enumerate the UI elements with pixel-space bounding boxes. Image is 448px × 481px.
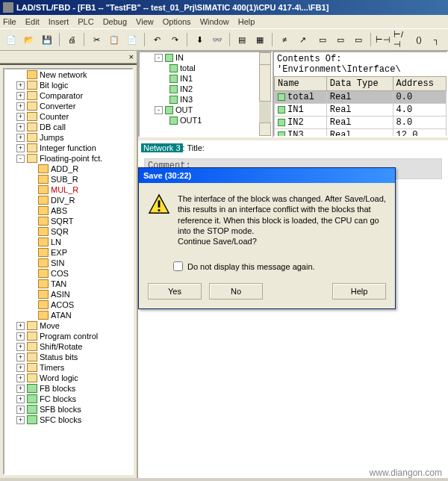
tree-item[interactable]: -Floating-point fct. [4, 153, 132, 164]
download-button[interactable]: ⬇ [191, 31, 208, 48]
iface-tree-item[interactable]: -IN [140, 52, 271, 63]
network-title: : Title: [183, 143, 205, 152]
dont-show-checkbox[interactable] [173, 261, 183, 271]
menu-window[interactable]: Window [200, 17, 229, 26]
tree-item[interactable]: +SFB blocks [4, 404, 132, 415]
table-row[interactable]: IN1Real4.0 [275, 104, 447, 117]
iface-tree-item[interactable]: IN2 [140, 84, 271, 94]
tree-item-label: SQRT [51, 217, 73, 226]
col-addr[interactable]: Address [393, 77, 446, 91]
no-button[interactable]: No [209, 283, 263, 300]
undo-button[interactable]: ↶ [149, 31, 165, 48]
tree-item-label: Move [40, 321, 60, 330]
tree-item[interactable]: +Program control [4, 331, 132, 341]
tree-item[interactable]: DIV_R [4, 195, 132, 205]
interface-table[interactable]: Contents Of: 'Environment\Interface\ Nam… [273, 51, 448, 137]
tree-item[interactable]: COS [4, 268, 132, 279]
interface-tree[interactable]: -INtotalIN1IN2IN3-OUTOUT1 [138, 51, 273, 137]
tree-item[interactable]: +DB call [4, 122, 132, 132]
menu-debug[interactable]: Debug [103, 17, 127, 26]
tree-item[interactable]: +Converter [4, 101, 132, 111]
col-name[interactable]: Name [275, 77, 327, 91]
view-lad-icon[interactable]: ▭ [314, 31, 331, 48]
tree-item[interactable]: +FC blocks [4, 394, 132, 404]
table-row[interactable]: totalReal0.0 [275, 91, 447, 104]
tree-item[interactable]: +Move [4, 320, 132, 331]
fb-icon [27, 405, 37, 414]
tree-item[interactable]: ASIN [4, 289, 132, 300]
tree-item[interactable]: +Status bits [4, 352, 132, 362]
contact-no-icon[interactable]: ⊢⊣ [375, 31, 391, 48]
tree-item[interactable]: SQRT [4, 216, 132, 226]
view-stl-icon[interactable]: ▭ [332, 31, 349, 48]
tree-item[interactable]: +Timers [4, 362, 132, 373]
save-dialog: Save (30:22) The interface of the block … [138, 167, 396, 309]
tree-item[interactable]: +Comparator [4, 90, 132, 101]
view-fbd-icon[interactable]: ▭ [350, 31, 367, 48]
scrollbar[interactable] [259, 52, 271, 136]
tree-item[interactable]: New network [4, 69, 132, 80]
goto-icon[interactable]: ↗ [294, 31, 311, 48]
table-row[interactable]: IN3Real12.0 [275, 129, 447, 138]
tree-item[interactable]: ACOS [4, 300, 132, 310]
tree-item[interactable]: ABS [4, 205, 132, 216]
menu-file[interactable]: File [3, 17, 16, 26]
open-button[interactable]: 📂 [21, 31, 37, 48]
tree-item[interactable]: +Integer function [4, 143, 132, 153]
iface-tree-item[interactable]: total [140, 63, 271, 73]
contact-nc-icon[interactable]: ⊢/⊣ [393, 31, 409, 48]
print-button[interactable]: 🖨 [63, 31, 80, 48]
redo-button[interactable]: ↷ [167, 31, 183, 48]
monitor-button[interactable]: 👓 [209, 31, 225, 48]
tree-item[interactable]: EXP [4, 247, 132, 258]
iface-tree-item[interactable]: -OUT [140, 105, 271, 115]
block-icon [38, 269, 49, 278]
menu-options[interactable]: Options [163, 17, 191, 26]
coil-icon[interactable]: () [411, 31, 427, 48]
sidebar-close-button[interactable]: × [0, 51, 137, 63]
tree-item[interactable]: +FB blocks [4, 383, 132, 394]
block-icon [38, 300, 49, 309]
tree-item[interactable]: +Word logic [4, 373, 132, 383]
prog-elem-icon[interactable]: ▤ [234, 31, 250, 48]
dont-show-label: Do not display this message again. [187, 262, 315, 271]
menu-view[interactable]: View [136, 17, 154, 26]
tree-item[interactable]: +Jumps [4, 132, 132, 143]
help-button[interactable]: Help [332, 283, 386, 300]
tree-item[interactable]: ADD_R [4, 164, 132, 174]
ref-icon[interactable]: ▦ [252, 31, 268, 48]
branch-icon[interactable]: ┐ [429, 31, 445, 48]
tree-item[interactable]: LN [4, 237, 132, 247]
tree-item[interactable]: SQR [4, 226, 132, 237]
block-icon [38, 196, 49, 205]
tree-item[interactable]: +Counter [4, 111, 132, 122]
tree-item[interactable]: +Bit logic [4, 80, 132, 90]
tree-item[interactable]: ATAN [4, 310, 132, 320]
tree-item[interactable]: +Shift/Rotate [4, 341, 132, 352]
menu-insert[interactable]: Insert [49, 17, 69, 26]
tree-item[interactable]: TAN [4, 279, 132, 289]
copy-button[interactable]: 📋 [106, 31, 122, 48]
new-button[interactable]: 📄 [3, 31, 19, 48]
yes-button[interactable]: Yes [148, 283, 202, 300]
menu-edit[interactable]: Edit [25, 17, 40, 26]
table-row[interactable]: IN2Real8.0 [275, 117, 447, 129]
notequal-icon[interactable]: ≠ [276, 31, 293, 48]
menu-help[interactable]: Help [238, 17, 255, 26]
iface-tree-item[interactable]: IN1 [140, 73, 271, 84]
tree-item[interactable]: SIN [4, 258, 132, 268]
tree-item[interactable]: +SFC blocks [4, 415, 132, 425]
iface-tree-item[interactable]: OUT1 [140, 115, 271, 125]
paste-button[interactable]: 📄 [124, 31, 140, 48]
contents-label: Contents Of: 'Environment\Interface\ [274, 52, 447, 76]
var-icon [169, 85, 178, 93]
iface-tree-item[interactable]: IN3 [140, 94, 271, 105]
program-elements-tree[interactable]: New network+Bit logic+Comparator+Convert… [3, 68, 134, 475]
save-button[interactable]: 💾 [39, 31, 55, 48]
tree-item[interactable]: SUB_R [4, 174, 132, 184]
tree-item[interactable]: MUL_R [4, 184, 132, 195]
col-type[interactable]: Data Type [326, 77, 393, 91]
cut-button[interactable]: ✂ [88, 31, 105, 48]
var-icon [278, 131, 285, 137]
menu-plc[interactable]: PLC [78, 17, 93, 26]
